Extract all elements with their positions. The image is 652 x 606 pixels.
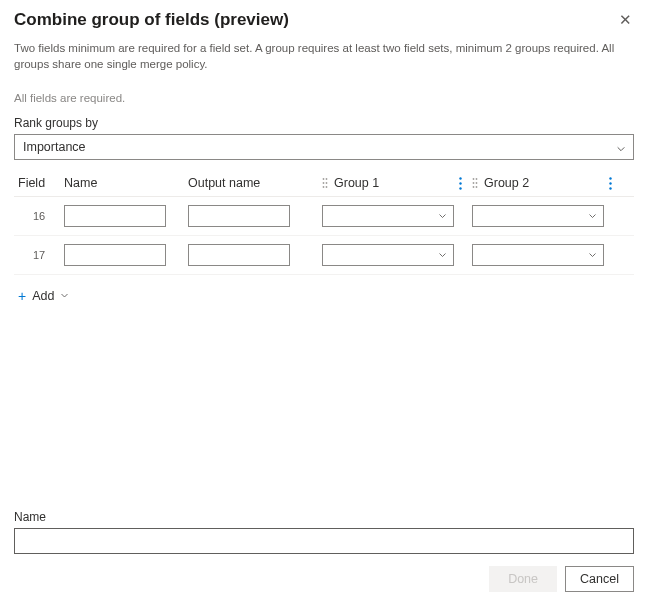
row-index: 16 xyxy=(14,210,64,222)
drag-handle-icon[interactable] xyxy=(472,177,478,189)
dialog-title: Combine group of fields (preview) xyxy=(14,10,289,30)
svg-point-3 xyxy=(326,182,328,184)
row-output-input[interactable] xyxy=(188,244,290,266)
svg-point-8 xyxy=(459,187,461,189)
svg-point-13 xyxy=(473,186,475,188)
row-index: 17 xyxy=(14,249,64,261)
name-label: Name xyxy=(14,510,634,524)
drag-handle-icon[interactable] xyxy=(322,177,328,189)
col-name: Name xyxy=(64,176,188,190)
svg-point-9 xyxy=(473,178,475,180)
col-group-2: Group 2 xyxy=(484,176,529,190)
svg-point-16 xyxy=(609,182,611,184)
chevron-down-icon xyxy=(60,289,69,303)
svg-point-4 xyxy=(323,186,325,188)
svg-point-17 xyxy=(609,187,611,189)
helper-text: Two fields minimum are required for a fi… xyxy=(14,40,624,72)
svg-point-12 xyxy=(476,182,478,184)
col-output-name: Output name xyxy=(188,176,322,190)
col-field: Field xyxy=(14,176,64,190)
table-header: Field Name Output name Group 1 Group 2 xyxy=(14,176,634,197)
name-input[interactable] xyxy=(14,528,634,554)
svg-point-14 xyxy=(476,186,478,188)
close-icon[interactable]: ✕ xyxy=(617,10,634,29)
done-button[interactable]: Done xyxy=(489,566,557,592)
more-options-icon[interactable] xyxy=(459,177,462,190)
rank-groups-select[interactable]: Importance xyxy=(14,134,634,160)
more-options-icon[interactable] xyxy=(609,177,612,190)
add-button[interactable]: + Add xyxy=(18,289,634,303)
svg-point-6 xyxy=(459,177,461,179)
svg-point-7 xyxy=(459,182,461,184)
chevron-down-icon xyxy=(438,248,447,263)
chevron-down-icon xyxy=(588,209,597,224)
chevron-down-icon xyxy=(588,248,597,263)
svg-point-10 xyxy=(476,178,478,180)
row-name-input[interactable] xyxy=(64,244,166,266)
row-name-input[interactable] xyxy=(64,205,166,227)
row-group1-select[interactable] xyxy=(322,244,454,266)
svg-point-0 xyxy=(323,178,325,180)
col-group-1: Group 1 xyxy=(334,176,379,190)
rank-groups-label: Rank groups by xyxy=(14,116,634,130)
row-group2-select[interactable] xyxy=(472,205,604,227)
rank-groups-value: Importance xyxy=(23,140,86,154)
plus-icon: + xyxy=(18,289,26,303)
row-output-input[interactable] xyxy=(188,205,290,227)
all-fields-required-text: All fields are required. xyxy=(14,92,634,104)
svg-point-15 xyxy=(609,177,611,179)
svg-point-2 xyxy=(323,182,325,184)
svg-point-5 xyxy=(326,186,328,188)
add-label: Add xyxy=(32,289,54,303)
cancel-button[interactable]: Cancel xyxy=(565,566,634,592)
chevron-down-icon xyxy=(438,209,447,224)
svg-point-11 xyxy=(473,182,475,184)
svg-point-1 xyxy=(326,178,328,180)
table-row: 16 xyxy=(14,197,634,236)
table-row: 17 xyxy=(14,236,634,275)
row-group1-select[interactable] xyxy=(322,205,454,227)
row-group2-select[interactable] xyxy=(472,244,604,266)
